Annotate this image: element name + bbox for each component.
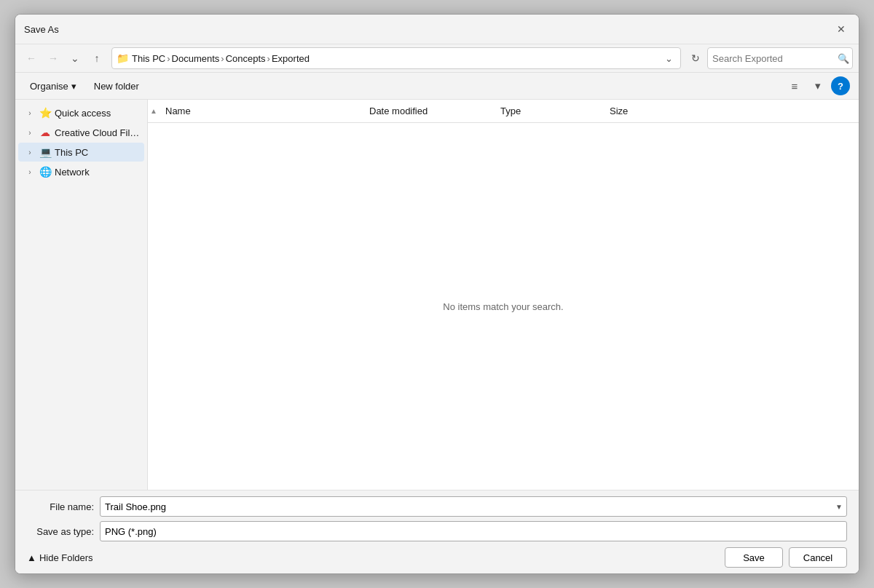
navigation-bar: ← → ⌄ ↑ 📁 This PC › Documents › Concepts… [15,44,859,73]
sidebar-item-this-pc[interactable]: › 💻 This PC [18,143,144,162]
filetype-row: Save as type: PNG (*.png) JPEG (*.jpg) B… [27,521,847,541]
filename-input-wrap: ▼ [100,496,847,517]
up-dropdown-button[interactable]: ⌄ [65,48,85,68]
dialog-title: Save As [24,24,59,35]
expand-creative-cloud: › [24,127,36,138]
network-icon: 🌐 [39,165,52,178]
path-exported[interactable]: Exported [272,53,310,64]
column-header: ▲ Name Date modified Type Size [148,100,859,123]
main-content: › ⭐ Quick access › ☁ Creative Cloud File… [15,100,859,490]
bottom-area: File name: ▼ Save as type: PNG (*.png) J… [15,490,859,573]
dialog-buttons: Save Cancel [725,547,847,568]
title-bar: Save As ✕ [15,15,859,44]
path-this-pc[interactable]: This PC [132,53,165,64]
path-documents[interactable]: Documents [172,53,220,64]
new-folder-label: New folder [94,81,139,92]
view-button[interactable]: ≡ [784,76,805,96]
hide-folders-icon: ▲ [27,552,36,563]
file-area: ▲ Name Date modified Type Size No items … [148,100,859,490]
sidebar-item-creative-cloud[interactable]: › ☁ Creative Cloud Files [18,123,144,142]
organise-arrow: ▾ [71,81,76,92]
column-size[interactable]: Size [604,103,677,119]
action-row: ▲ Hide Folders Save Cancel [27,547,847,568]
sidebar-item-network[interactable]: › 🌐 Network [18,162,144,181]
organise-button[interactable]: Organise ▾ [24,79,82,94]
search-icon: 🔍 [838,53,849,64]
sort-arrow: ▲ [148,107,160,115]
save-button[interactable]: Save [725,547,783,568]
save-as-dialog: Save As ✕ ← → ⌄ ↑ 📁 This PC › Documents … [15,14,859,574]
hide-folders-label: Hide Folders [39,552,93,563]
expand-network: › [24,166,36,178]
toolbar: Organise ▾ New folder ≡ ▾ ? [15,73,859,100]
address-path: This PC › Documents › Concepts › Exporte… [132,53,658,64]
filetype-select-wrap: PNG (*.png) JPEG (*.jpg) BMP (*.bmp) TIF… [100,521,847,541]
sidebar-label-quick-access: Quick access [55,108,111,119]
organise-label: Organise [30,81,68,92]
creative-cloud-icon: ☁ [39,126,52,139]
filetype-label: Save as type: [27,526,100,537]
search-box: 🔍 [707,47,853,69]
sidebar-label-network: Network [55,167,90,178]
view-dropdown-arrow: ▾ [815,79,821,92]
expand-this-pc: › [24,146,36,158]
back-button[interactable]: ← [21,48,42,68]
sidebar: › ⭐ Quick access › ☁ Creative Cloud File… [15,100,148,490]
filename-input[interactable] [100,496,847,517]
help-button[interactable]: ? [831,76,850,95]
address-bar[interactable]: 📁 This PC › Documents › Concepts › Expor… [111,47,681,69]
empty-message: No items match your search. [443,301,563,312]
filetype-select[interactable]: PNG (*.png) JPEG (*.jpg) BMP (*.bmp) TIF… [100,521,847,541]
toolbar-right: ≡ ▾ ? [784,76,850,96]
up-button[interactable]: ↑ [87,48,107,68]
new-folder-button[interactable]: New folder [88,79,145,94]
filename-label: File name: [27,501,100,512]
address-folder-icon: 📁 [117,52,129,64]
cancel-button[interactable]: Cancel [789,547,847,568]
sidebar-label-this-pc: This PC [55,147,88,158]
forward-button[interactable]: → [43,48,63,68]
hide-folders-button[interactable]: ▲ Hide Folders [27,552,93,563]
column-type[interactable]: Type [495,103,604,119]
file-list-empty: No items match your search. [148,123,859,490]
refresh-button[interactable]: ↻ [685,48,706,68]
search-input[interactable] [712,53,835,64]
filename-row: File name: ▼ [27,496,847,517]
address-dropdown-arrow[interactable]: ⌄ [661,51,676,65]
close-button[interactable]: ✕ [832,20,850,38]
view-dropdown-button[interactable]: ▾ [808,76,828,96]
column-name[interactable]: Name [160,103,363,119]
this-pc-icon: 💻 [39,146,52,159]
column-date-modified[interactable]: Date modified [363,103,495,119]
star-icon: ⭐ [39,106,52,119]
path-concepts[interactable]: Concepts [226,53,266,64]
sidebar-item-quick-access[interactable]: › ⭐ Quick access [18,103,144,122]
expand-quick-access: › [24,107,36,119]
sidebar-label-creative-cloud: Creative Cloud Files [55,127,140,138]
view-icon: ≡ [792,80,798,92]
